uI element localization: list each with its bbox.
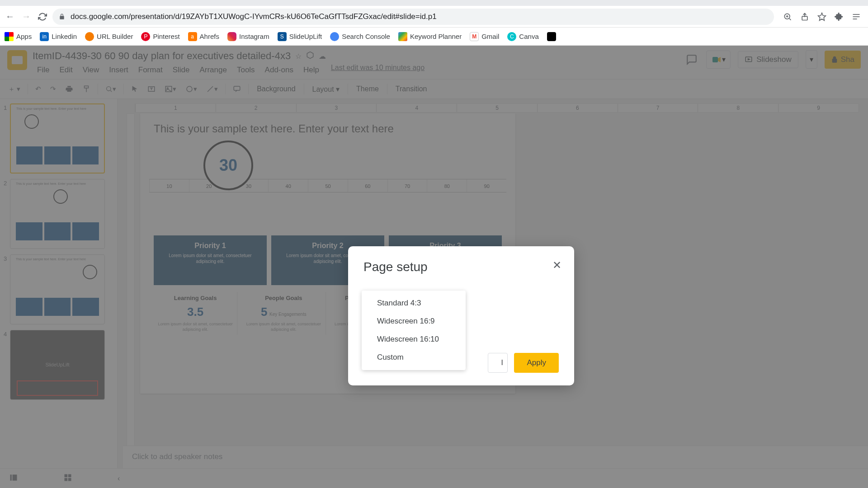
bookmark-medium[interactable] — [547, 32, 556, 41]
apply-button[interactable]: Apply — [514, 353, 559, 373]
bookmark-label: SlideUpLift — [289, 33, 322, 40]
svg-marker-12 — [748, 58, 750, 60]
share-button[interactable]: Sha — [825, 51, 861, 69]
menu-edit[interactable]: Edit — [55, 64, 77, 76]
goal-card: People Goals5 Key EngagementsLorem ipsum… — [242, 292, 326, 335]
slideshow-dropdown[interactable]: ▾ — [806, 50, 817, 69]
svg-point-20 — [187, 86, 192, 92]
transition-button[interactable]: Transition — [391, 83, 432, 95]
slide-thumbnail-4[interactable]: SlideUpLift — [10, 330, 105, 400]
slide-thumbnail-1[interactable]: This is your sample text here. Enter you… — [10, 103, 105, 174]
menu-file[interactable]: File — [33, 64, 54, 76]
bookmark-ahrefs[interactable]: aAhrefs — [188, 32, 219, 41]
menu-insert[interactable]: Insert — [104, 64, 133, 76]
star-icon[interactable]: ☆ — [295, 52, 302, 61]
line-tool[interactable]: ▾ — [203, 83, 222, 95]
menu-addons[interactable]: Add-ons — [260, 64, 298, 76]
close-icon[interactable]: ✕ — [552, 259, 561, 272]
svg-rect-25 — [65, 474, 68, 477]
paint-format-button[interactable] — [79, 83, 94, 95]
bookmark-keywordplanner[interactable]: Keyword Planner — [398, 32, 462, 41]
comments-icon[interactable] — [684, 52, 699, 67]
bookmark-canva[interactable]: CCanva — [507, 32, 538, 41]
menu-slide[interactable]: Slide — [168, 64, 194, 76]
menu-help[interactable]: Help — [299, 64, 324, 76]
collapse-icon[interactable]: ‹ — [118, 474, 120, 483]
new-slide-button[interactable]: ＋ ▾ — [5, 83, 24, 95]
undo-button[interactable]: ↶ — [32, 83, 45, 95]
speaker-notes-placeholder: Click to add speaker notes — [132, 452, 222, 461]
thumb-number: 3 — [4, 254, 10, 324]
image-tool[interactable]: ▾ — [161, 83, 180, 95]
textbox-tool[interactable] — [144, 83, 159, 95]
menu-tools[interactable]: Tools — [232, 64, 259, 76]
ruler-tick: 7 — [618, 104, 698, 112]
gmail-icon: M — [470, 32, 479, 41]
bookmark-star-icon[interactable] — [816, 11, 827, 22]
last-edit-link[interactable]: Last edit was 10 minutes ago — [331, 64, 425, 76]
meet-button[interactable]: ▾ — [706, 51, 731, 69]
circle-value: 30 — [219, 156, 237, 175]
redo-button[interactable]: ↷ — [47, 83, 60, 95]
svg-rect-27 — [65, 478, 68, 481]
background-button[interactable]: Background — [252, 83, 300, 95]
document-title[interactable]: ItemID-4439-30 60 90 day plan for execut… — [33, 50, 291, 62]
svg-rect-23 — [10, 474, 12, 480]
print-button[interactable] — [61, 83, 77, 95]
cloud-icon[interactable]: ☁ — [319, 52, 326, 61]
bookmark-urlbuilder[interactable]: URL Builder — [85, 32, 133, 41]
medium-icon — [547, 32, 556, 41]
speaker-notes[interactable]: Click to add speaker notes — [123, 446, 868, 468]
back-button[interactable]: ← — [4, 10, 16, 23]
menu-bar: File Edit View Insert Format Slide Arran… — [33, 64, 684, 76]
slideshow-button[interactable]: Slideshow — [738, 51, 798, 68]
option-widescreen-1610[interactable]: Widescreen 16:10 — [362, 330, 466, 348]
ruler-tick: 5 — [457, 104, 537, 112]
app-area: ItemID-4439-30 60 90 day plan for execut… — [0, 46, 868, 488]
bookmark-slideuplift[interactable]: SSlideUpLift — [278, 32, 322, 41]
bookmark-label: Keyword Planner — [410, 33, 462, 40]
bookmark-pinterest[interactable]: PPinterest — [141, 32, 179, 41]
zoom-icon[interactable] — [782, 11, 793, 22]
bookmark-instagram[interactable]: Instagram — [227, 32, 269, 41]
menu-view[interactable]: View — [78, 64, 104, 76]
reading-list-icon[interactable] — [851, 11, 862, 22]
comment-tool[interactable] — [229, 83, 245, 95]
option-custom[interactable]: Custom — [362, 348, 466, 366]
share-page-icon[interactable] — [799, 11, 810, 22]
menu-arrange[interactable]: Arrange — [195, 64, 231, 76]
extensions-icon[interactable] — [834, 11, 844, 22]
theme-button[interactable]: Theme — [352, 83, 383, 95]
svg-line-1 — [789, 19, 791, 20]
filmstrip-view-icon[interactable] — [9, 473, 18, 484]
cancel-button[interactable]: l — [488, 353, 508, 373]
menu-format[interactable]: Format — [134, 64, 167, 76]
select-tool[interactable] — [127, 84, 142, 94]
slide-thumbnail-2[interactable]: This is your sample text here. Enter you… — [10, 179, 105, 249]
browser-tab-strip — [0, 0, 868, 6]
move-icon[interactable] — [306, 51, 314, 61]
bookmark-gmail[interactable]: MGmail — [470, 32, 499, 41]
priority-card: Priority 1Lorem ipsum dolor sit amet, co… — [154, 235, 267, 285]
slides-logo[interactable] — [7, 50, 27, 70]
bookmark-linkedin[interactable]: inLinkedin — [40, 32, 77, 41]
slide-thumbnail-3[interactable]: This is your sample text here. Enter you… — [10, 254, 105, 324]
forward-button[interactable]: → — [20, 10, 33, 23]
shape-tool[interactable]: ▾ — [182, 83, 201, 95]
option-widescreen-169[interactable]: Widescreen 16:9 — [362, 312, 466, 330]
bookmark-label: Search Console — [342, 33, 390, 40]
bookmark-apps[interactable]: Apps — [5, 32, 32, 41]
vertical-ruler — [127, 113, 135, 487]
address-bar[interactable]: docs.google.com/presentation/d/19ZAYbT1X… — [52, 9, 774, 25]
grid-view-icon[interactable] — [63, 473, 72, 484]
reload-button[interactable] — [36, 10, 49, 23]
url-text: docs.google.com/presentation/d/19ZAYbT1X… — [71, 12, 437, 21]
svg-rect-9 — [712, 57, 718, 62]
toolbar: ＋ ▾ ↶ ↷ ▾ ▾ ▾ ▾ Background Layout ▾ Them… — [0, 79, 868, 99]
zoom-button[interactable]: ▾ — [102, 83, 120, 95]
goal-value: 3.5 — [156, 305, 234, 319]
day-circle: 30 — [203, 141, 253, 190]
bookmark-searchconsole[interactable]: Search Console — [330, 32, 390, 41]
option-standard[interactable]: Standard 4:3 — [362, 294, 466, 312]
layout-button[interactable]: Layout ▾ — [308, 83, 344, 95]
